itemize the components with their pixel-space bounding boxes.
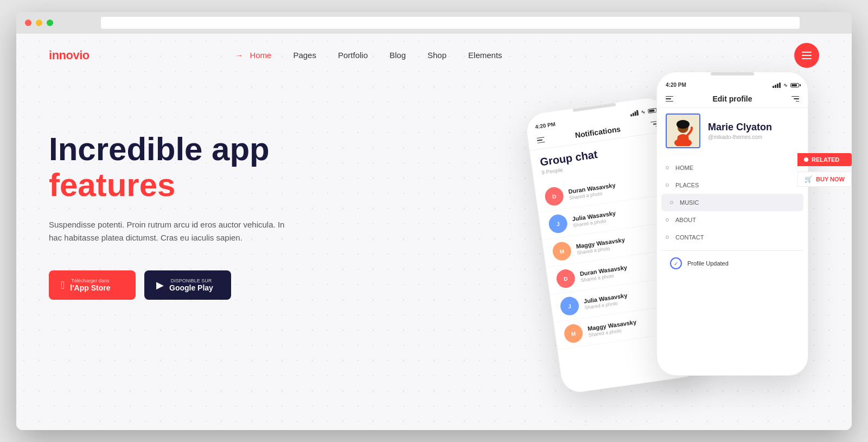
hero-buttons:  Télécharger dans l'App Store ▶ DISPONI… xyxy=(49,270,288,300)
nav-links: → Home Pages Portfolio Blog Shop Element… xyxy=(235,50,502,60)
chat-avatar: D xyxy=(556,268,576,289)
wifi-icon: ∿ xyxy=(641,109,646,115)
hero-text: Incredible app features Suspendisse pote… xyxy=(49,99,288,300)
profile-nav-item[interactable]: PLACES xyxy=(657,176,808,194)
googleplay-main-text: Google Play xyxy=(169,283,213,292)
nav-link-elements[interactable]: Elements xyxy=(468,50,502,60)
close-dot[interactable] xyxy=(25,20,31,26)
hamburger-button[interactable] xyxy=(794,43,819,68)
appstore-button[interactable]:  Télécharger dans l'App Store xyxy=(49,270,136,300)
phone-time-2: 4:20 PM xyxy=(666,82,686,88)
chat-avatar: J xyxy=(559,295,580,316)
nav-dot-icon xyxy=(666,166,669,169)
chat-info: Duran Wasavsky Shared a photo xyxy=(568,176,656,200)
profile-updated-text: Profile Updated xyxy=(687,260,729,267)
chat-info: Maggy Wasavsky Shared a photo xyxy=(576,231,664,255)
related-badge[interactable]: RELATED xyxy=(797,153,852,166)
phone-time: 4:20 PM xyxy=(535,121,556,130)
signal-icon-2 xyxy=(773,83,781,88)
nav-dot-icon xyxy=(666,218,669,222)
nav-item-portfolio[interactable]: Portfolio xyxy=(338,50,368,60)
nav-link-portfolio[interactable]: Portfolio xyxy=(338,50,368,60)
googleplay-sub-text: DISPONIBLE SUR xyxy=(169,278,213,283)
profile-nav-label: PLACES xyxy=(675,182,699,188)
phone-profile-title: Edit profile xyxy=(673,94,792,103)
hero-title: Incredible app features xyxy=(49,131,288,203)
appstore-sub-text: Télécharger dans xyxy=(70,278,110,283)
appstore-main-text: l'App Store xyxy=(70,283,110,292)
navbar: innovio → Home Pages Portfolio Blog Shop xyxy=(16,34,852,77)
phone-status-bar-2: 4:20 PM ∿ xyxy=(657,78,808,90)
chat-avatar: J xyxy=(547,213,568,234)
page-content: innovio → Home Pages Portfolio Blog Shop xyxy=(16,34,852,430)
related-dot xyxy=(804,157,808,162)
status-icons-2: ∿ xyxy=(773,83,799,88)
play-icon: ▶ xyxy=(156,279,164,291)
nav-item-elements[interactable]: Elements xyxy=(468,50,502,60)
signal-icon xyxy=(630,110,639,116)
buy-now-label: BUY NOW xyxy=(816,176,845,182)
nav-link-shop[interactable]: Shop xyxy=(427,50,446,60)
menu-icon-2 xyxy=(666,96,673,102)
logo: innovio xyxy=(49,48,90,62)
chat-avatar: D xyxy=(544,186,564,206)
googleplay-button-text: DISPONIBLE SUR Google Play xyxy=(169,278,213,292)
chat-avatar: M xyxy=(563,323,584,344)
nav-link-home[interactable]: Home xyxy=(250,50,271,60)
nav-arrow-icon: → xyxy=(235,51,243,60)
nav-item-pages[interactable]: Pages xyxy=(293,50,316,60)
hero-title-highlight: features xyxy=(49,167,288,203)
profile-name: Marie Clyaton xyxy=(708,122,772,133)
maximize-dot[interactable] xyxy=(47,20,53,26)
check-icon: ✓ xyxy=(670,257,682,269)
phone-profile: 4:20 PM ∿ xyxy=(656,72,808,376)
wifi-icon-2: ∿ xyxy=(783,83,788,88)
cart-icon: 🛒 xyxy=(805,175,813,183)
profile-user: Marie Clyaton @mikado-themes.com xyxy=(657,108,808,154)
profile-nav-label: MUSIC xyxy=(680,199,699,206)
profile-nav-label: CONTACT xyxy=(675,234,704,241)
related-label: RELATED xyxy=(812,156,839,163)
nav-item-shop[interactable]: Shop xyxy=(427,50,446,60)
browser-chrome xyxy=(16,12,852,34)
url-bar[interactable] xyxy=(101,17,800,29)
profile-info: Marie Clyaton @mikado-themes.com xyxy=(708,122,772,140)
logo-text: innovio xyxy=(49,48,90,62)
profile-nav-item[interactable]: MUSIC xyxy=(661,194,803,211)
hero-description: Suspendisse potenti. Proin rutrum arcu i… xyxy=(49,218,288,244)
profile-nav: HOME PLACES MUSIC ABOUT CONTACT xyxy=(657,159,808,246)
nav-item-home[interactable]: → Home xyxy=(235,50,271,60)
profile-nav-item[interactable]: CONTACT xyxy=(657,229,808,246)
phone-profile-header: Edit profile xyxy=(657,90,808,108)
hero-title-line1: Incredible app xyxy=(49,131,270,167)
chat-avatar: M xyxy=(552,241,572,261)
nav-dot-icon xyxy=(670,201,673,204)
nav-item-blog[interactable]: Blog xyxy=(390,50,406,60)
profile-nav-item[interactable]: HOME xyxy=(657,159,808,176)
chat-info: Julia Wasavsky Shared a photo xyxy=(572,204,660,228)
buy-now-badge[interactable]: 🛒 BUY NOW xyxy=(797,172,852,187)
filter-icon-2 xyxy=(792,96,799,102)
profile-avatar xyxy=(666,113,700,148)
battery-icon xyxy=(648,108,657,113)
avatar-image xyxy=(668,116,698,146)
profile-nav-label: HOME xyxy=(675,165,693,171)
battery-icon-2 xyxy=(790,83,799,87)
googleplay-button[interactable]: ▶ DISPONIBLE SUR Google Play xyxy=(144,270,231,300)
nav-dot-icon xyxy=(666,184,669,187)
appstore-button-text: Télécharger dans l'App Store xyxy=(70,278,110,292)
status-icons: ∿ xyxy=(630,107,657,116)
browser-window: innovio → Home Pages Portfolio Blog Shop xyxy=(16,12,852,430)
profile-updated: ✓ Profile Updated xyxy=(661,250,803,276)
svg-point-2 xyxy=(676,120,690,129)
nav-link-blog[interactable]: Blog xyxy=(390,50,406,60)
menu-icon xyxy=(537,137,545,143)
profile-nav-item[interactable]: ABOUT xyxy=(657,211,808,229)
minimize-dot[interactable] xyxy=(36,20,42,26)
profile-nav-label: ABOUT xyxy=(675,217,696,223)
nav-dot-icon xyxy=(666,236,669,239)
profile-email: @mikado-themes.com xyxy=(708,134,772,140)
chat-info: Duran Wasavsky Shared a photo xyxy=(579,258,668,283)
nav-link-pages[interactable]: Pages xyxy=(293,50,316,60)
phones-container: 4:20 PM ∿ xyxy=(537,61,808,365)
